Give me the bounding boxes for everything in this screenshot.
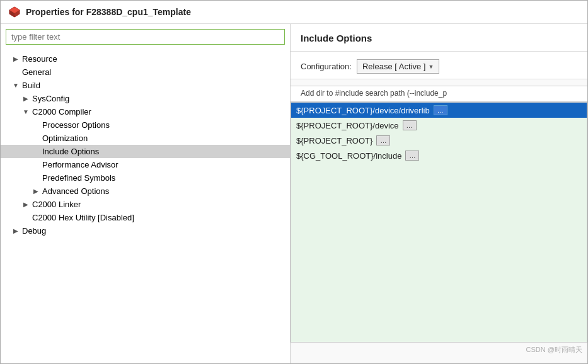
tree-item-label: Optimization [41,133,89,144]
tree-item-label: Advanced Options [41,186,110,196]
filter-input[interactable] [6,29,285,45]
right-panel: Include Options Configuration: Release [… [291,24,587,363]
tree-item-label: General [21,67,52,77]
app-icon [8,6,21,18]
watermark: CSDN @时雨晴天 [291,343,587,357]
tree-item-label: Predefined Symbols [41,173,117,183]
include-list: ${PROJECT_ROOT}/device/driverlib…${PROJE… [291,102,587,343]
tree-item-label: Debug [21,225,47,236]
tree-item-build[interactable]: ▼Build [1,79,290,92]
right-panel-header: Include Options [291,24,587,52]
tree-item-processoroptions[interactable]: Processor Options [1,118,290,132]
browse-button[interactable]: … [376,135,390,145]
content-area: ▶ResourceGeneral▼Build▶SysConfig▼C2000 C… [1,24,587,363]
include-list-item[interactable]: ${PROJECT_ROOT}/device… [291,118,587,133]
tree-arrow-icon: ▼ [21,108,31,115]
tree-arrow-icon: ▶ [21,95,31,102]
tree-item-c2000linker[interactable]: ▶C2000 Linker [1,198,290,211]
title-bar: Properties for F28388D_cpu1_Template [1,1,587,24]
include-list-item[interactable]: ${PROJECT_ROOT}/device/driverlib… [291,103,587,118]
tree-item-general[interactable]: General [1,65,290,79]
tree-arrow-icon: ▶ [11,55,21,62]
config-label: Configuration: [301,62,352,71]
include-path-value: ${PROJECT_ROOT}/device/driverlib [296,106,430,115]
tree-item-optimization[interactable]: Optimization [1,132,290,145]
include-path-value: ${PROJECT_ROOT}/device [296,121,399,130]
browse-button[interactable]: … [434,105,447,115]
browse-button[interactable]: … [403,120,417,130]
include-path-value: ${PROJECT_ROOT} [296,136,372,145]
section-title: Include Options [301,33,577,43]
tree-item-label: C2000 Hex Utility [Disabled] [31,212,135,223]
properties-window: Properties for F28388D_cpu1_Template ▶Re… [0,0,588,364]
tree-item-includeoptions[interactable]: Include Options [1,145,290,158]
include-section: Add dir to #include search path (--inclu… [291,79,587,363]
left-panel: ▶ResourceGeneral▼Build▶SysConfig▼C2000 C… [1,24,291,363]
browse-button[interactable]: … [405,151,419,161]
tree-item-label: Performance Advisor [41,159,120,170]
include-path-value: ${CG_TOOL_ROOT}/include [296,151,401,161]
tree-item-label: Include Options [41,146,100,157]
tree-item-label: Resource [21,54,59,64]
config-value: Release [ Active ] [362,62,425,71]
tree-item-label: Processor Options [41,120,111,130]
tree-arrow-icon: ▶ [31,188,41,195]
tree-item-debug[interactable]: ▶Debug [1,224,290,237]
config-dropdown[interactable]: Release [ Active ] ▼ [357,59,439,74]
dropdown-arrow-icon: ▼ [428,64,434,70]
tree-item-c2000compiler[interactable]: ▼C2000 Compiler [1,105,290,118]
tree-item-sysconfig[interactable]: ▶SysConfig [1,92,290,105]
include-list-item[interactable]: ${CG_TOOL_ROOT}/include… [291,148,587,163]
config-row: Configuration: Release [ Active ] ▼ [291,52,587,79]
tree-arrow-icon: ▶ [11,227,21,234]
tree: ▶ResourceGeneral▼Build▶SysConfig▼C2000 C… [1,50,290,363]
window-title: Properties for F28388D_cpu1_Template [26,7,191,17]
tree-item-predefinedsymbols[interactable]: Predefined Symbols [1,171,290,185]
tree-item-performanceadvisor[interactable]: Performance Advisor [1,158,290,171]
tree-arrow-icon: ▶ [21,201,31,208]
tree-item-advancedoptions[interactable]: ▶Advanced Options [1,185,290,198]
tree-item-label: SysConfig [31,93,71,104]
tree-item-label: C2000 Linker [31,199,82,210]
tree-item-label: C2000 Compiler [31,106,93,117]
tree-item-label: Build [21,80,42,91]
include-path-label: Add dir to #include search path (--inclu… [291,86,587,102]
tree-arrow-icon: ▼ [11,82,21,89]
tree-item-resource[interactable]: ▶Resource [1,52,290,65]
tree-item-c2000hexutility[interactable]: C2000 Hex Utility [Disabled] [1,211,290,224]
include-list-item[interactable]: ${PROJECT_ROOT}… [291,133,587,148]
